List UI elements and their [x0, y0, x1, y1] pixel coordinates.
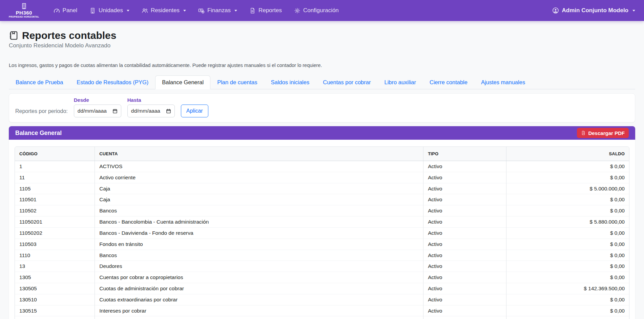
filter-label: Reportes por periodo: [15, 108, 68, 117]
table-row: 1ACTIVOSActivo$ 0,00 [15, 161, 629, 172]
tab-plan-de-cuentas[interactable]: Plan de cuentas [210, 75, 264, 89]
table-row: 1110BancosActivo$ 0,00 [15, 250, 629, 261]
cell-type: Activo [423, 250, 506, 261]
navbar-menu: PanelUnidadesResidentesFinanzasReportesC… [54, 7, 552, 14]
table-row: 11050202Bancos - Davivienda - Fondo de r… [15, 227, 629, 238]
cell-code: 130510 [15, 294, 95, 305]
balance-general-card: Balance General Descargar PDF CÓDIGOCUEN… [9, 126, 635, 319]
table-row: 15InventariosActivo$ 0,00 [15, 316, 629, 319]
tab-ajustes-manuales[interactable]: Ajustes manuales [474, 75, 532, 89]
cell-code: 110501 [15, 194, 95, 205]
cell-account: Caja [95, 183, 423, 194]
cell-balance: $ 142.369.500,00 [506, 283, 629, 294]
page-subtitle: Conjunto Residencial Modelo Avanzado [9, 42, 635, 49]
calendar-icon[interactable] [166, 109, 171, 114]
tab-saldos-iniciales[interactable]: Saldos iniciales [264, 75, 316, 89]
to-date-placeholder: dd/mm/aaaa [131, 108, 160, 114]
cell-balance: $ 0,00 [506, 172, 629, 183]
tab-estado-de-resultados-pyg[interactable]: Estado de Resultados (PYG) [70, 75, 155, 89]
to-date-input[interactable]: dd/mm/aaaa [127, 105, 175, 117]
cell-account: Bancos [95, 205, 423, 217]
nav-item-label: Finanzas [207, 7, 231, 14]
cell-account: Bancos - Bancolombia - Cuenta administra… [95, 217, 423, 228]
cell-type: Activo [423, 194, 506, 205]
cell-type: Activo [423, 205, 506, 217]
brand-tagline: PROPIEDAD HORIZONTAL [9, 16, 39, 18]
file-text-icon [249, 7, 256, 14]
cell-code: 110503 [15, 238, 95, 250]
cell-type: Activo [423, 227, 506, 238]
cell-code: 1110 [15, 250, 95, 261]
from-date-field: Desde dd/mm/aaaa [74, 97, 121, 117]
table-body: 1ACTIVOSActivo$ 0,0011Activo corrienteAc… [15, 161, 629, 319]
cell-balance: $ 0,00 [506, 294, 629, 305]
gear-icon [294, 7, 300, 14]
nav-item-label: Configuración [303, 7, 339, 14]
brand-logo[interactable]: PH360 PROPIEDAD HORIZONTAL [9, 3, 39, 18]
cell-code: 1305 [15, 272, 95, 283]
table-header-row: CÓDIGOCUENTATIPOSALDO [15, 147, 629, 161]
nav-item-residentes[interactable]: Residentes [142, 7, 186, 14]
nav-item-configuracion[interactable]: Configuración [294, 7, 339, 14]
cell-account: Caja [95, 194, 423, 205]
column-header-codigo: CÓDIGO [15, 147, 95, 161]
speedometer-icon [54, 7, 60, 14]
caret-down-icon [234, 10, 237, 12]
cell-balance: $ 0,00 [506, 305, 629, 316]
cell-balance: $ 0,00 [506, 205, 629, 217]
cell-balance: $ 5.000.000,00 [506, 183, 629, 194]
user-menu-label: Admin Conjunto Modelo [562, 7, 628, 14]
nav-item-reportes[interactable]: Reportes [249, 7, 282, 14]
cell-type: Activo [423, 183, 506, 194]
cell-account: Bancos [95, 250, 423, 261]
from-date-placeholder: dd/mm/aaaa [78, 108, 107, 114]
cell-code: 11050201 [15, 217, 95, 228]
tab-cierre-contable[interactable]: Cierre contable [423, 75, 474, 89]
tab-balance-general[interactable]: Balance General [155, 75, 210, 89]
calendar-icon[interactable] [112, 109, 118, 114]
brand-name: PH360 [16, 10, 32, 15]
nav-item-finanzas[interactable]: Finanzas [198, 7, 237, 14]
cell-account: Cuentas por cobrar a copropietarios [95, 272, 423, 283]
column-header-cuenta: CUENTA [95, 147, 423, 161]
cell-balance: $ 5.880.000,00 [506, 217, 629, 228]
tab-cuentas-por-cobrar[interactable]: Cuentas por cobrar [316, 75, 377, 89]
cell-code: 130515 [15, 305, 95, 316]
table-row: 130505Cuotas de administración por cobra… [15, 283, 629, 294]
tab-balance-de-prueba[interactable]: Balance de Prueba [9, 75, 70, 89]
nav-item-label: Reportes [258, 7, 282, 14]
cell-type: Activo [423, 217, 506, 228]
cell-type: Activo [423, 272, 506, 283]
cell-account: Deudores [95, 261, 423, 272]
cell-type: Activo [423, 283, 506, 294]
table-row: 110503Fondos en tránsitoActivo$ 0,00 [15, 238, 629, 250]
from-date-input[interactable]: dd/mm/aaaa [74, 105, 121, 117]
period-filter-card: Reportes por periodo: Desde dd/mm/aaaa H… [9, 93, 635, 122]
caret-down-icon [632, 10, 635, 12]
report-tabs: Balance de PruebaEstado de Resultados (P… [9, 75, 635, 89]
table-row: 1105CajaActivo$ 5.000.000,00 [15, 183, 629, 194]
download-pdf-label: Descargar PDF [588, 130, 625, 136]
table-row: 130510Cuotas extraordinarias por cobrarA… [15, 294, 629, 305]
tab-libro-auxiliar[interactable]: Libro auxiliar [377, 75, 423, 89]
cell-account: Inventarios [95, 316, 423, 319]
nav-item-label: Panel [63, 7, 77, 14]
download-pdf-button[interactable]: Descargar PDF [577, 128, 629, 138]
table-row: 110501CajaActivo$ 0,00 [15, 194, 629, 205]
cell-code: 13 [15, 261, 95, 272]
nav-item-unidades[interactable]: Unidades [89, 7, 129, 14]
table-row: 1305Cuentas por cobrar a copropietariosA… [15, 272, 629, 283]
building-icon [21, 3, 27, 9]
cell-balance: $ 0,00 [506, 261, 629, 272]
user-menu[interactable]: Admin Conjunto Modelo [552, 7, 635, 14]
intro-text: Los ingresos, gastos y pagos de cuotas a… [9, 63, 635, 68]
nav-item-panel[interactable]: Panel [54, 7, 77, 14]
cell-code: 15 [15, 316, 95, 319]
apply-button[interactable]: Aplicar [181, 105, 208, 117]
to-date-field: Hasta dd/mm/aaaa [127, 97, 175, 117]
cell-balance: $ 0,00 [506, 161, 629, 172]
cell-account: Intereses por cobrar [95, 305, 423, 316]
building-icon [89, 7, 96, 14]
table-row: 11050201Bancos - Bancolombia - Cuenta ad… [15, 217, 629, 228]
page-content: Reportes contables Conjunto Residencial … [0, 21, 644, 319]
